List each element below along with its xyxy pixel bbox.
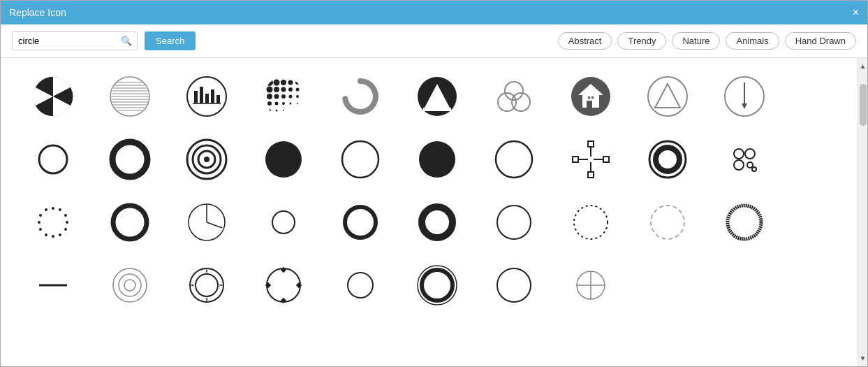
- icon-cell[interactable]: [706, 191, 783, 254]
- icon-cell[interactable]: [322, 128, 399, 191]
- svg-point-67: [204, 157, 209, 162]
- svg-rect-123: [265, 282, 271, 288]
- svg-point-89: [64, 214, 67, 217]
- search-input[interactable]: [12, 31, 138, 50]
- svg-rect-74: [573, 157, 578, 162]
- filter-hand-drawn[interactable]: Hand Drawn: [785, 32, 856, 50]
- icon-row-2: [15, 128, 844, 191]
- scroll-up-arrow[interactable]: ▲: [858, 59, 867, 73]
- svg-marker-61: [742, 103, 747, 109]
- icon-cell[interactable]: [15, 191, 91, 254]
- svg-marker-118: [190, 284, 196, 287]
- svg-point-103: [272, 211, 295, 233]
- icon-cell[interactable]: [168, 191, 245, 254]
- svg-point-70: [419, 141, 455, 178]
- scrollbar[interactable]: ▲ ▼: [858, 58, 867, 366]
- icon-cell[interactable]: [245, 128, 322, 191]
- icon-cell[interactable]: [91, 254, 168, 317]
- icon-cell[interactable]: [168, 65, 245, 128]
- svg-point-83: [745, 149, 755, 159]
- icon-cell[interactable]: [245, 254, 322, 317]
- icon-cell[interactable]: [322, 191, 399, 254]
- search-wrapper: 🔍: [12, 31, 138, 50]
- icon-cell[interactable]: [706, 254, 783, 317]
- scrollbar-thumb[interactable]: [860, 84, 867, 126]
- svg-point-62: [39, 145, 67, 173]
- icon-cell[interactable]: [629, 65, 706, 128]
- svg-point-38: [275, 102, 279, 106]
- icon-row-3: [15, 191, 844, 254]
- svg-point-27: [267, 87, 273, 93]
- icon-cell[interactable]: [552, 191, 629, 254]
- icon-cell[interactable]: [629, 128, 706, 191]
- svg-point-41: [297, 103, 298, 104]
- svg-rect-73: [588, 172, 594, 178]
- icon-cell[interactable]: [168, 254, 245, 317]
- icon-cell[interactable]: [91, 65, 168, 128]
- icon-cell[interactable]: [322, 254, 399, 317]
- icon-cell[interactable]: [629, 254, 706, 317]
- close-button[interactable]: ×: [853, 7, 859, 18]
- title-bar: Replace Icon ×: [1, 1, 867, 24]
- svg-point-25: [288, 80, 293, 85]
- icon-cell[interactable]: [15, 128, 91, 191]
- svg-point-24: [281, 80, 286, 85]
- icon-cell[interactable]: [245, 65, 322, 128]
- filter-animals[interactable]: Animals: [726, 32, 779, 50]
- svg-point-111: [113, 268, 147, 302]
- svg-point-32: [267, 94, 272, 99]
- svg-point-93: [52, 235, 54, 238]
- svg-rect-19: [216, 95, 220, 103]
- filter-tags: Abstract Trendy Nature Animals Hand Draw…: [558, 32, 856, 50]
- icon-cell[interactable]: [399, 128, 476, 191]
- icon-cell[interactable]: [476, 191, 552, 254]
- replace-icon-dialog: Replace Icon × 🔍 Search Abstract Trendy …: [0, 0, 868, 367]
- svg-point-86: [752, 167, 756, 171]
- icon-cell[interactable]: [399, 191, 476, 254]
- svg-rect-121: [281, 267, 286, 273]
- svg-point-91: [64, 228, 67, 231]
- svg-point-44: [283, 110, 284, 111]
- icon-cell[interactable]: [706, 128, 783, 191]
- svg-point-96: [38, 221, 41, 224]
- svg-point-63: [112, 142, 147, 177]
- icon-cell[interactable]: [245, 191, 322, 254]
- icon-cell[interactable]: [399, 254, 476, 317]
- icon-cell[interactable]: [15, 254, 91, 317]
- svg-point-40: [290, 103, 292, 105]
- svg-point-105: [422, 207, 453, 238]
- icon-cell[interactable]: [552, 65, 629, 128]
- svg-point-104: [345, 207, 376, 238]
- icon-cell[interactable]: [706, 65, 783, 128]
- svg-marker-117: [205, 296, 208, 302]
- filter-nature[interactable]: Nature: [672, 32, 720, 50]
- icon-cell[interactable]: [322, 65, 399, 128]
- svg-point-112: [119, 274, 141, 296]
- icon-cell[interactable]: [15, 65, 91, 128]
- icon-cell[interactable]: [476, 128, 552, 191]
- svg-point-71: [496, 141, 532, 178]
- scroll-down-arrow[interactable]: ▼: [858, 352, 867, 365]
- svg-point-43: [276, 110, 278, 112]
- svg-point-113: [124, 280, 135, 291]
- icon-cell[interactable]: [552, 128, 629, 191]
- content-area: ▲ ▼: [1, 58, 867, 366]
- filter-trendy[interactable]: Trendy: [617, 32, 666, 50]
- icon-cell[interactable]: [91, 128, 168, 191]
- svg-point-69: [342, 141, 378, 178]
- filter-abstract[interactable]: Abstract: [558, 32, 612, 50]
- svg-marker-116: [205, 268, 208, 274]
- svg-rect-17: [205, 94, 209, 103]
- icon-cell[interactable]: [476, 254, 552, 317]
- search-button[interactable]: Search: [145, 31, 196, 50]
- icon-cell[interactable]: [168, 128, 245, 191]
- icon-cell[interactable]: [399, 65, 476, 128]
- icon-cell[interactable]: [476, 65, 552, 128]
- svg-point-33: [274, 94, 279, 99]
- icon-cell[interactable]: [91, 191, 168, 254]
- svg-rect-75: [603, 157, 609, 162]
- icon-cell[interactable]: [629, 191, 706, 254]
- svg-marker-58: [655, 84, 680, 108]
- svg-point-99: [113, 206, 147, 239]
- icon-cell[interactable]: [552, 254, 629, 317]
